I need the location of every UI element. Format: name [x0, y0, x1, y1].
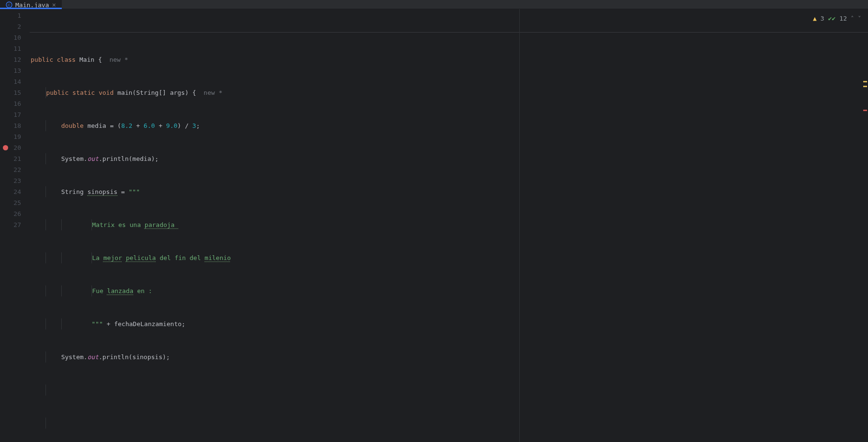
- tab-filename: Main.java: [15, 1, 49, 9]
- line-number: 24: [0, 186, 21, 197]
- stripe-mark-error[interactable]: [863, 110, 867, 111]
- stripe-mark-warning[interactable]: [863, 86, 867, 87]
- typo-icon: ✔✔: [828, 13, 836, 24]
- line-number: 22: [0, 164, 21, 175]
- line-number: 27: [0, 219, 21, 230]
- code-line: String sinopsis = """: [30, 186, 868, 197]
- breakpoint-line[interactable]: 20: [0, 142, 21, 153]
- line-number: 17: [0, 109, 21, 120]
- code-line: public static void main(String[] args) {…: [30, 87, 868, 98]
- line-number: 13: [0, 65, 21, 76]
- line-number: 11: [0, 43, 21, 54]
- stripe-mark-warning[interactable]: [863, 81, 867, 82]
- inspections-widget[interactable]: ▲3 ✔✔12 ˄ ˅: [813, 13, 861, 24]
- chevron-up-icon[interactable]: ˄: [851, 13, 854, 24]
- chevron-down-icon[interactable]: ˅: [858, 13, 861, 24]
- code-line: System.out.println(sinopsis);: [30, 351, 868, 363]
- code-line: System.out.println(media);: [30, 153, 868, 164]
- line-number: 14: [0, 76, 21, 87]
- code-line: [30, 385, 868, 396]
- line-number: 16: [0, 98, 21, 109]
- typo-count: 12: [839, 13, 847, 24]
- tab-main-java[interactable]: C Main.java ×: [0, 0, 62, 9]
- warning-icon: ▲: [813, 13, 817, 24]
- line-number: 2: [0, 21, 21, 32]
- line-number: 15: [0, 87, 21, 98]
- code-line: public class Main { new *: [30, 54, 868, 65]
- code-line: [30, 418, 868, 429]
- code-line: double media = (8.2 + 6.0 + 9.0) / 3;: [30, 120, 868, 131]
- editor-tab-bar: C Main.java ×: [0, 0, 868, 9]
- code-line: """ + fechaDeLanzamiento;: [30, 318, 868, 329]
- warning-count: 3: [821, 13, 824, 24]
- close-icon[interactable]: ×: [52, 1, 56, 9]
- line-number: 21: [0, 153, 21, 164]
- line-number: 23: [0, 175, 21, 186]
- code-line: Matrix es una paradoja: [30, 219, 868, 230]
- gutter[interactable]: 1 2 10 11 12 13 14 15 16 17 18 19 20 21 …: [0, 9, 30, 442]
- code-line: La mejor pelicula del fin del milenio: [30, 252, 868, 263]
- code-area[interactable]: public class Main { new * public static …: [30, 9, 868, 442]
- line-number: 10: [0, 32, 21, 43]
- line-number: 12: [0, 54, 21, 65]
- line-number: 19: [0, 131, 21, 142]
- line-number: 18: [0, 120, 21, 131]
- error-stripe[interactable]: [862, 9, 868, 442]
- editor: 1 2 10 11 12 13 14 15 16 17 18 19 20 21 …: [0, 9, 868, 442]
- line-number: 1: [0, 10, 21, 21]
- java-class-icon: C: [6, 1, 12, 8]
- line-number: 26: [0, 208, 21, 219]
- svg-text:C: C: [8, 3, 11, 7]
- right-margin-guide: [519, 9, 520, 442]
- line-number: 25: [0, 197, 21, 208]
- code-line: Fue lanzada en :: [30, 285, 868, 296]
